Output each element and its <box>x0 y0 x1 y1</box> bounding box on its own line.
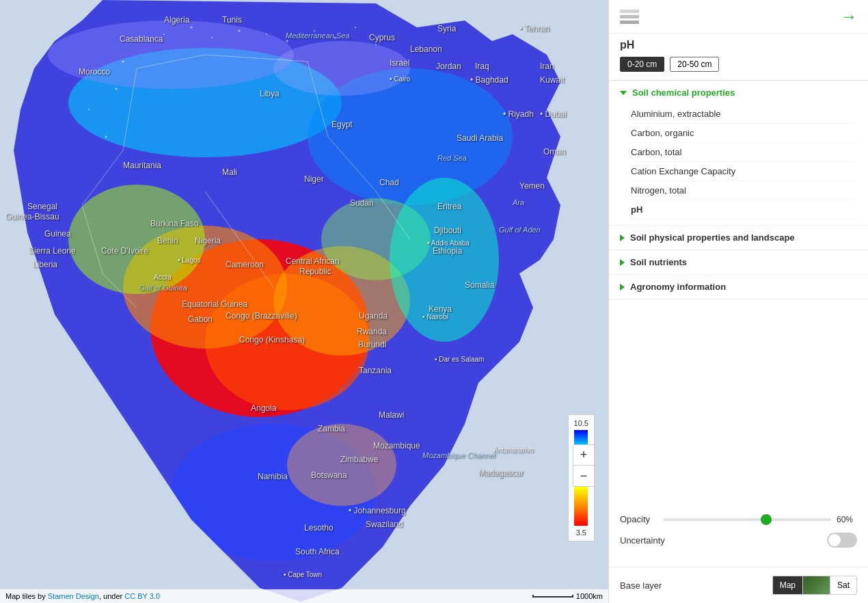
opacity-slider-container[interactable]: 60% <box>664 515 857 524</box>
svg-point-12 <box>273 41 410 96</box>
opacity-thumb[interactable] <box>761 514 772 525</box>
soil-nutrients-title: Soil nutrients <box>630 257 687 267</box>
item-ph[interactable]: pH <box>631 200 857 219</box>
uncertainty-row: Uncertainty <box>620 533 857 548</box>
item-aluminium[interactable]: Aluminium, extractable <box>631 105 857 124</box>
svg-point-39 <box>116 88 118 90</box>
opacity-fill <box>664 518 764 521</box>
base-layer-section: Base layer Map Sat <box>609 567 868 603</box>
svg-point-38 <box>375 44 377 45</box>
attribution-text: Map tiles by <box>5 592 48 600</box>
cc-link[interactable]: CC BY 3.0 <box>124 592 160 600</box>
svg-point-28 <box>163 34 165 35</box>
soil-nutrients-header[interactable]: Soil nutrients <box>609 250 868 274</box>
agronomy-title: Agronomy information <box>630 282 726 292</box>
agronomy-section: Agronomy information <box>609 275 868 299</box>
opacity-row: Opacity 60% <box>620 514 857 524</box>
svg-point-36 <box>355 27 356 28</box>
base-layer-label: Base layer <box>620 580 662 591</box>
svg-point-37 <box>122 61 124 63</box>
uncertainty-toggle[interactable] <box>827 533 857 548</box>
depth-0-20-button[interactable]: 0-20 cm <box>620 57 664 72</box>
opacity-label: Opacity <box>620 514 650 524</box>
depth-selector: 0-20 cm 20-50 cm <box>609 54 868 80</box>
map-attribution: Map tiles by Stamen Design, under CC BY … <box>0 589 608 603</box>
sat-base-button[interactable]: Sat <box>830 576 856 594</box>
soil-chemical-section: Soil chemical properties Aluminium, extr… <box>609 81 868 226</box>
svg-point-30 <box>211 37 213 38</box>
svg-point-8 <box>68 185 205 294</box>
map-zoom-controls: + − <box>573 444 595 487</box>
svg-point-10 <box>390 178 499 342</box>
scale-bar: 1000km <box>532 592 603 600</box>
depth-20-50-button[interactable]: 20-50 cm <box>670 57 719 72</box>
opacity-value: 60% <box>837 515 857 524</box>
soil-physical-header[interactable]: Soil physical properties and landscape <box>609 226 868 250</box>
sat-thumbnail <box>803 576 830 594</box>
item-carbon-total[interactable]: Carbon, total <box>631 143 857 162</box>
svg-point-32 <box>266 34 267 35</box>
map-base-button[interactable]: Map <box>773 576 803 594</box>
map-area[interactable]: Morocco Algeria Tunis Casablanca Libya M… <box>0 0 608 603</box>
item-carbon-organic[interactable]: Carbon, organic <box>631 124 857 143</box>
svg-point-35 <box>334 37 336 39</box>
forward-arrow-icon[interactable]: → <box>841 7 857 26</box>
soil-chemical-header[interactable]: Soil chemical properties <box>609 81 868 105</box>
layers-icon[interactable] <box>620 10 639 24</box>
soil-physical-arrow <box>620 234 625 241</box>
svg-point-40 <box>88 109 90 110</box>
soil-chemical-title: Soil chemical properties <box>632 88 735 98</box>
svg-point-31 <box>239 30 241 32</box>
legend-max-value: 10.5 <box>574 419 588 427</box>
right-panel: → pH 0-20 cm 20-50 cm Soil chemical prop… <box>608 0 868 603</box>
svg-point-41 <box>105 136 107 138</box>
base-layer-buttons: Map Sat <box>772 576 857 595</box>
legend-min-value: 3.5 <box>576 528 586 537</box>
soil-nutrients-arrow <box>620 259 625 266</box>
attribution-under: , under <box>99 592 124 600</box>
soil-chemical-arrow <box>620 91 627 95</box>
opacity-track[interactable] <box>664 518 831 521</box>
zoom-in-button[interactable]: + <box>573 445 594 466</box>
svg-point-34 <box>314 30 315 31</box>
svg-point-14 <box>287 424 396 506</box>
agronomy-header[interactable]: Agronomy information <box>609 275 868 299</box>
agronomy-arrow <box>620 284 625 291</box>
uncertainty-label: Uncertainty <box>620 535 665 546</box>
svg-point-27 <box>150 40 152 42</box>
stamen-link[interactable]: Stamen Design <box>48 592 99 600</box>
svg-point-29 <box>191 27 193 29</box>
item-nitrogen[interactable]: Nitrogen, total <box>631 181 857 200</box>
scale-label: 1000km <box>576 592 603 600</box>
soil-physical-title: Soil physical properties and landscape <box>630 232 795 243</box>
soil-nutrients-section: Soil nutrients <box>609 250 868 275</box>
soil-physical-section: Soil physical properties and landscape <box>609 226 868 250</box>
svg-point-11 <box>48 21 294 89</box>
item-cec[interactable]: Cation Exchange Capacity <box>631 162 857 181</box>
layer-title: pH <box>609 34 868 54</box>
layer-controls: Opacity 60% Uncertainty <box>609 503 868 567</box>
panel-header: → <box>609 0 868 34</box>
zoom-out-button[interactable]: − <box>573 466 594 486</box>
svg-point-33 <box>286 40 288 42</box>
soil-chemical-content: Aluminium, extractable Carbon, organic C… <box>609 105 868 225</box>
toggle-knob <box>828 534 841 546</box>
